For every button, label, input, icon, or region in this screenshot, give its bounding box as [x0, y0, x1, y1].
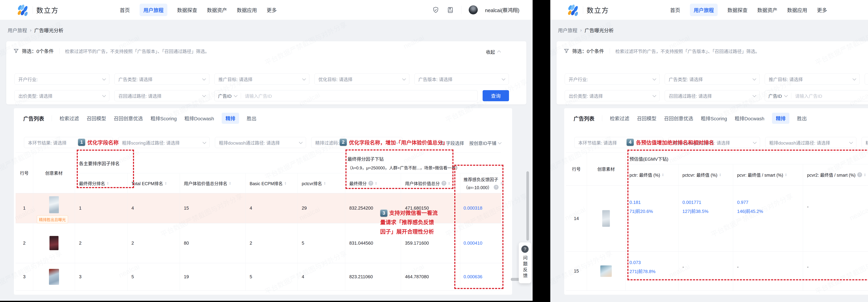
nav-item-用户旅程[interactable]: 用户旅程 [140, 4, 167, 16]
tab-胜出[interactable]: 胜出 [247, 115, 256, 122]
tab-粗排Docwash[interactable]: 粗排Docwash [735, 115, 764, 122]
filter-select-1[interactable]: 广告类型: 请选择 [115, 73, 209, 85]
col-header-row-number: 行号 [566, 153, 587, 185]
help-icon[interactable]: ? [857, 172, 862, 177]
book-icon[interactable] [447, 6, 454, 13]
tab-精排[interactable]: 精排 [222, 113, 239, 124]
col-header-3: pctcvr: 最终值 (%)▲▼ [682, 164, 721, 185]
avatar[interactable] [469, 5, 478, 14]
breadcrumb-parent[interactable]: 用户旅程 [8, 27, 27, 34]
filter-select-4[interactable]: 广告版本: 请选择 [414, 73, 509, 85]
ad-id-type-select[interactable]: 广告ID [768, 93, 782, 99]
sort-icon[interactable]: ▲▼ [375, 181, 377, 185]
question-icon: ? [521, 245, 529, 253]
nav-item-数据应用[interactable]: 数据应用 [237, 6, 257, 13]
annotation-3-badge: 3 [380, 209, 388, 217]
tab-检索过滤[interactable]: 检索过滤 [60, 115, 79, 122]
filter-select-0[interactable]: 开户行业: [565, 73, 660, 85]
sort-icon[interactable]: ▲▼ [165, 181, 167, 185]
help-icon[interactable]: ? [494, 185, 499, 190]
ad-id-input[interactable]: 广告ID请输入广告ID [765, 90, 868, 101]
sort-icon[interactable]: ▲▼ [662, 173, 664, 176]
filter-select-2[interactable]: 推广目标: 请选择 [214, 73, 309, 85]
sort-icon[interactable]: ▲▼ [864, 173, 866, 176]
nav-item-数据资产[interactable]: 数据资产 [207, 6, 227, 13]
stage-select-2[interactable]: 粗排docwash通过路径: 请选择 [765, 137, 856, 148]
tab-召回模型[interactable]: 召回模型 [87, 115, 106, 122]
tab-检索过滤[interactable]: 检索过滤 [610, 115, 629, 122]
filter-select-2[interactable]: 推广目标: 请选择 [765, 73, 860, 85]
column-divider [180, 173, 180, 291]
table-cell[interactable]: 0.001771127|前38.5% [682, 200, 709, 214]
table-cell[interactable]: 0.18171|前20.6% [629, 200, 653, 214]
feedback-factor-value[interactable]: 0.000318 [464, 193, 482, 223]
sort-icon[interactable]: ▲▼ [324, 181, 326, 185]
ad-id-type-select[interactable]: 广告ID [218, 93, 231, 99]
help-icon[interactable]: ? [368, 181, 373, 186]
layout-mode-select[interactable]: 按创意ID平铺 [469, 140, 501, 146]
filter-select-b0-value: 出价类型: 请选择 [569, 93, 603, 99]
tab-召回创意优选[interactable]: 召回创意优选 [664, 115, 693, 122]
tab-精排[interactable]: 精排 [772, 113, 789, 124]
filter-row-2: 出价类型: 请选择召回通过路径: 请选择广告ID请输入广告ID查询 [14, 90, 509, 101]
creative-thumb[interactable] [602, 210, 610, 227]
feedback-factor-header: 推荐感负反馈因子（α=-10.000）? [464, 176, 499, 190]
filter-select-1[interactable]: 广告类型: 请选择 [665, 73, 760, 85]
sort-icon[interactable]: ▲▼ [785, 173, 787, 176]
table-cell: 80 [184, 223, 189, 263]
annotation-4-text: 各预估值增加绝对排名和相对排名 [636, 138, 714, 146]
filter-select-b1[interactable]: 召回通过路径: 请选择 [115, 90, 209, 101]
filter-select-b0[interactable]: 出价类型: 请选择 [565, 90, 660, 101]
filter-select-b1[interactable]: 召回通过路径: 请选择 [665, 90, 760, 101]
sort-icon[interactable]: ▲▼ [448, 181, 450, 185]
filter-select-3[interactable]: 优化目标: 请选择 [865, 73, 868, 85]
username[interactable]: nealcai(蔡鸿翔) [485, 6, 519, 13]
tab-召回创意优选[interactable]: 召回创意优选 [114, 115, 143, 122]
nav-item-更多[interactable]: 更多 [267, 6, 277, 13]
tab-粗排Scoring[interactable]: 粗排Scoring [151, 115, 177, 122]
stage-select-2[interactable]: 粗排docwash通过路径: 请选择 [215, 137, 306, 148]
nav-item-首页[interactable]: 首页 [120, 6, 130, 13]
nav-item-更多[interactable]: 更多 [817, 6, 827, 13]
filter-select-0[interactable]: 开户行业: [14, 73, 110, 85]
table-cell[interactable]: 0.977146|前45.2% [737, 200, 763, 214]
collapse-button[interactable]: 收起 [486, 48, 500, 55]
filter-select-3[interactable]: 优化目标: 请选择 [314, 73, 409, 85]
table-cell: 464.787080 [405, 263, 429, 291]
stage-select-3[interactable]: 精排过滤码: [862, 137, 868, 148]
sort-icon[interactable]: ▲▼ [500, 181, 502, 185]
nav-item-数据探查[interactable]: 数据探查 [727, 6, 747, 13]
help-icon[interactable]: ? [441, 181, 446, 186]
breadcrumb-parent[interactable]: 用户旅程 [558, 27, 578, 34]
creative-thumb[interactable] [49, 269, 59, 285]
nav-item-数据探查[interactable]: 数据探查 [177, 6, 197, 13]
tab-胜出[interactable]: 胜出 [797, 115, 807, 122]
nav-item-数据资产[interactable]: 数据资产 [757, 6, 777, 13]
sort-icon[interactable]: ▲▼ [107, 181, 109, 185]
sort-icon[interactable]: ▲▼ [229, 181, 231, 185]
nav-item-首页[interactable]: 首页 [670, 6, 680, 13]
page-scrollbar-thumb[interactable] [526, 171, 529, 241]
table-cell[interactable]: 0.073271|前78.8% [629, 260, 655, 274]
creative-thumb[interactable] [600, 265, 612, 277]
filter-select-b0[interactable]: 出价类型: 请选择 [14, 90, 110, 101]
creative-thumb[interactable] [50, 236, 59, 250]
chevron-down-icon [498, 141, 501, 144]
feedback-button[interactable]: ? 问题反馈 [519, 242, 531, 283]
feedback-factor-value[interactable]: 0.000636 [464, 263, 482, 291]
sort-icon[interactable]: ▲▼ [284, 181, 286, 185]
search-button[interactable]: 查询 [483, 90, 509, 101]
sort-icon[interactable]: ▲▼ [719, 173, 721, 176]
feedback-factor-alpha: （α=-10.000） [464, 184, 492, 190]
creative-thumb[interactable] [49, 196, 59, 213]
stage-select-1[interactable]: 粗排scoring通过路径: 请选择 [118, 137, 210, 148]
ad-id-input[interactable]: 广告ID请输入广告ID [214, 90, 477, 101]
tab-召回模型[interactable]: 召回模型 [637, 115, 656, 122]
tab-粗排Docwash[interactable]: 粗排Docwash [184, 115, 214, 122]
shield-check-icon[interactable] [432, 6, 439, 13]
tab-粗排Scoring[interactable]: 粗排Scoring [701, 115, 727, 122]
nav-item-数据应用[interactable]: 数据应用 [787, 6, 807, 13]
feedback-factor-value[interactable]: 0.000410 [464, 223, 482, 263]
nav-item-用户旅程[interactable]: 用户旅程 [690, 4, 718, 16]
filter-divider [610, 48, 610, 54]
